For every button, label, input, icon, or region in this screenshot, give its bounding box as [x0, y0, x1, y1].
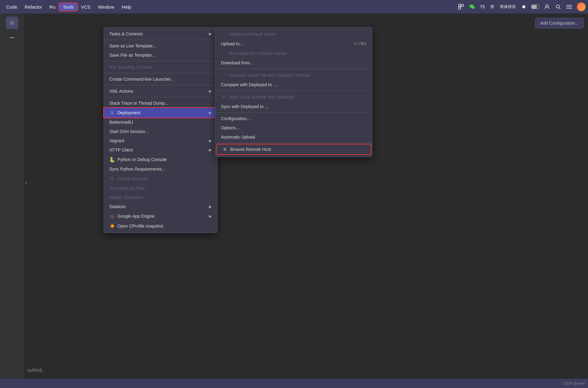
menu-help[interactable]: Help [118, 3, 135, 11]
menu-tools[interactable]: Tools [59, 3, 77, 11]
add-configuration-button[interactable]: Add Configuration... [535, 18, 584, 28]
browse-remote-icon: ≡ [222, 147, 228, 152]
bottom-bar: CSDN @syrb6 [0, 379, 588, 388]
battery-percent: 75 [480, 4, 485, 9]
input-method-icon[interactable]: 拼 [489, 3, 496, 10]
settings-icon[interactable] [566, 3, 573, 10]
menu-item-run-setup[interactable]: Run setup.py Task... [104, 184, 217, 193]
vagrant-chevron-icon: ▶ [209, 139, 212, 143]
menu-vcs[interactable]: VCS [77, 3, 94, 11]
submenu-auto-upload[interactable]: Automatic Upload [215, 132, 372, 142]
menu-item-sphinx[interactable]: Sphinx Quickstart [104, 193, 217, 202]
download-icon: ↓ [221, 51, 227, 56]
deploy-separator-2 [215, 91, 372, 91]
google-icon: ◎ [109, 213, 115, 219]
cprofile-icon: 🔶 [109, 223, 115, 229]
svg-point-6 [556, 5, 559, 8]
menubar: Code Refactor Ru Tools VCS Window Help 7… [0, 0, 588, 14]
submenu-upload-to[interactable]: Upload to... ⌥⇧⌘X [215, 39, 372, 48]
menu-item-create-launcher[interactable]: Create Command-line Launcher... [104, 75, 217, 84]
submenu-sync-deployed[interactable]: Sync with Deployed to ... [215, 102, 372, 111]
submenu-download-default[interactable]: ↓ Download from Default Server [215, 48, 372, 58]
menu-window[interactable]: Window [94, 3, 118, 11]
separator-1 [104, 40, 217, 40]
menubar-right-area: 75 拼 简体拼音 ✱ [458, 2, 586, 11]
menu-item-deployment[interactable]: ⇅ Deployment ▶ [104, 108, 217, 118]
menu-item-create-setup[interactable]: ⚙ Create setup.py [104, 174, 217, 184]
svg-rect-0 [459, 4, 461, 6]
editor-area: Add Configuration... z nplified). Tasks … [24, 14, 588, 388]
separator-5 [104, 97, 217, 97]
deploy-separator-3 [215, 112, 372, 113]
sidebar-minus-icon[interactable] [6, 31, 18, 44]
submenu-sync-local[interactable]: ⟳ Sync Local Subtree with Deployed [215, 92, 372, 102]
upload-icon: ↑ [221, 31, 227, 37]
menu-item-xml-actions[interactable]: XML Actions ▶ [104, 87, 217, 96]
wechat-icon[interactable] [469, 3, 476, 10]
menu-item-better-intellij[interactable]: BetterIntelliJ [104, 118, 217, 127]
sidebar-gear-icon[interactable] [6, 17, 18, 29]
editor-bottom-label: nplified). [27, 368, 43, 373]
sync-icon: ⟳ [221, 94, 227, 100]
menu-item-start-ssh[interactable]: Start SSH Session... [104, 127, 217, 136]
deployment-chevron-icon: ▶ [209, 111, 212, 115]
left-sidebar [0, 14, 24, 388]
search-icon[interactable] [555, 3, 561, 10]
window-icon[interactable] [458, 3, 464, 10]
menu-refactor[interactable]: Refactor [21, 3, 46, 11]
separator-3 [104, 73, 217, 73]
input-method-name: 简体拼音 [500, 4, 516, 10]
menu-item-python-debug[interactable]: 🐍 Python or Debug Console [104, 155, 217, 164]
input-method-label: 拼 [490, 4, 494, 10]
separator-2 [104, 61, 217, 61]
datalore-chevron-icon: ▶ [209, 204, 212, 209]
submenu-compare-local[interactable]: ↔ Compare Local File with Deployed Versi… [215, 70, 372, 80]
menu-item-ide-scripting[interactable]: IDE Scripting Console [104, 63, 217, 72]
svg-point-11 [11, 22, 13, 24]
menu-item-stack-trace[interactable]: Stack Trace or Thread Dump... [104, 99, 217, 108]
deploy-separator-1 [215, 69, 372, 69]
submenu-options[interactable]: Options... [215, 123, 372, 132]
python-icon: 🐍 [109, 157, 115, 162]
menu-item-google-app[interactable]: ◎ Google App Engine ▶ [104, 211, 217, 221]
svg-rect-1 [461, 4, 463, 6]
battery-icon [531, 5, 539, 9]
upload-to-shortcut: ⌥⇧⌘X [353, 42, 366, 46]
submenu-compare-deployed[interactable]: Compare with Deployed to ... [215, 80, 372, 89]
main-area: Add Configuration... z nplified). Tasks … [0, 14, 588, 388]
xml-chevron-icon: ▶ [209, 89, 212, 93]
avatar[interactable] [577, 2, 586, 11]
menu-item-tasks-contexts[interactable]: Tasks & Contexts ▶ [104, 29, 217, 38]
menu-item-datalore[interactable]: Datalore ▶ [104, 202, 217, 211]
compare-icon: ↔ [221, 72, 227, 78]
menu-item-vagrant[interactable]: Vagrant ▶ [104, 136, 217, 145]
menu-item-sync-python[interactable]: Sync Python Requirements... [104, 164, 217, 174]
menu-item-http-client[interactable]: HTTP Client ▶ [104, 145, 217, 155]
deployment-submenu: ↑ Upload to Default Server Upload to... … [215, 27, 372, 157]
deploy-separator-4 [215, 143, 372, 143]
svg-rect-2 [459, 7, 461, 9]
menu-run[interactable]: Ru [46, 3, 59, 11]
menu-item-save-file-template[interactable]: Save File as Template... [104, 51, 217, 60]
submenu-download-from[interactable]: Download from... [215, 58, 372, 67]
http-chevron-icon: ▶ [209, 148, 212, 152]
bluetooth-icon[interactable]: ✱ [520, 3, 527, 10]
separator-4 [104, 85, 217, 85]
editor-left-label: z [25, 180, 27, 184]
submenu-upload-default[interactable]: ↑ Upload to Default Server [215, 29, 372, 39]
bottom-right-text: CSDN @syrb6 [563, 382, 585, 385]
submenu-browse-remote-host[interactable]: ≡ Browse Remote Host [217, 144, 371, 154]
menu-item-cprofile[interactable]: 🔶 Open CProfile snapshot [104, 221, 217, 231]
google-chevron-icon: ▶ [209, 214, 212, 218]
svg-point-4 [472, 6, 475, 9]
setup-icon: ⚙ [109, 176, 115, 181]
tools-menu: Tasks & Contexts ▶ Save as Live Template… [104, 27, 218, 233]
user-icon[interactable] [544, 3, 550, 10]
menu-item-save-live-template[interactable]: Save as Live Template... [104, 41, 217, 51]
svg-line-7 [559, 8, 560, 9]
menu-code[interactable]: Code [2, 3, 21, 11]
chevron-right-icon: ▶ [209, 32, 212, 36]
deployment-icon: ⇅ [109, 110, 115, 115]
submenu-configuration[interactable]: Configuration... [215, 114, 372, 123]
